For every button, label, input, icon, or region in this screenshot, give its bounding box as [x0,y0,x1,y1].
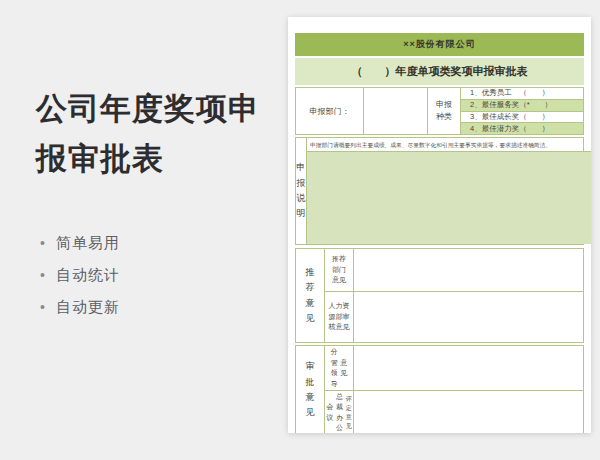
table-row: 推荐部门意见 [325,249,583,292]
declaration-label-text: 申报说明 [296,160,306,221]
president-meeting-text: 评定意见 [345,395,352,431]
table-row: 会议 总裁办公 评定意见 [325,391,583,433]
recommend-label: 推荐意见 [296,249,325,342]
declaration-note-text: 申报部门请概要列出主要成绩、成果、尽量数字化和引用主要事实依据等，要求描述准确简… [310,140,551,148]
award-approval-form: ××股份有限公司 （ ）年度单项类奖项申报审批表 申报部门： 申报种类 1、优秀… [295,33,584,433]
president-meeting-text: 总裁办公 [336,392,344,434]
president-meeting-label: 会议 总裁办公 评定意见 [325,391,354,433]
apply-dept-label: 申报部门： [296,88,364,134]
bullet-icon [40,235,56,251]
apply-type-label: 申报种类 [428,88,461,134]
leader-opinion-text: 分管领导 [330,347,338,389]
declaration-note: 申报部门请概要列出主要成绩、成果、尽量数字化和引用主要事实依据等，要求描述准确简… [307,138,591,152]
declaration-section: 申报说明 申报部门请概要列出主要成绩、成果、尽量数字化和引用主要事实依据等，要求… [295,137,584,245]
apply-section: 申报部门： 申报种类 1、优秀员工 （ ） 2、最佳服务奖（* ） 3、最佳成长… [295,87,584,135]
feature-bullet-list: 简单易用 自动统计 自动更新 [40,234,120,330]
award-option: 2、最佳服务奖（* ） [461,100,583,112]
feature-label: 自动更新 [56,298,120,317]
president-meeting-text: 会议 [326,402,334,423]
company-header-bar: ××股份有限公司 [295,33,584,56]
approval-label: 审批意见 [296,346,325,433]
hr-review-label: 人力资源部审核意见 [325,292,354,342]
bullet-icon [40,299,56,315]
award-option: 4、最佳潜力奖（ ） [461,123,583,134]
list-item: 简单易用 [40,234,120,252]
approval-label-text: 审批意见 [305,359,315,420]
hr-review-label-text: 人力资源部审核意见 [329,301,350,333]
declaration-input-area [307,152,591,244]
approval-section: 审批意见 分管领导 意见 会议 总裁办公 评定意见 [295,345,584,433]
bullet-icon [40,267,56,283]
recommend-section: 推荐意见 推荐部门意见 人力资源部审核意见 [295,248,584,343]
list-item: 自动统计 [40,266,120,284]
form-title: （ ）年度单项类奖项申报审批表 [295,58,584,85]
list-item: 自动更新 [40,298,120,316]
president-meeting-input-cell [354,391,583,433]
apply-dept-input-cell [364,88,428,134]
feature-label: 自动统计 [56,266,120,285]
declaration-label: 申报说明 [296,138,307,244]
apply-type-text: 申报种类 [436,99,452,123]
leader-opinion-label: 分管领导 意见 [325,346,354,390]
recommend-dept-input-cell [354,249,583,291]
page-title: 公司年度奖项申报审批表 [36,84,278,183]
recommend-label-text: 推荐意见 [305,265,315,326]
award-option: 3、最佳成长奖（ ） [461,112,583,124]
feature-label: 简单易用 [56,234,120,253]
table-row: 人力资源部审核意见 [325,292,583,342]
leader-opinion-input-cell [354,346,583,390]
award-option: 1、优秀员工 （ ） [461,88,583,100]
leader-opinion-text: 意见 [340,358,348,379]
recommend-dept-label: 推荐部门意见 [325,249,354,291]
recommend-dept-label-text: 推荐部门意见 [332,254,346,286]
hr-review-input-cell [354,292,583,342]
template-preview-page[interactable]: ××股份有限公司 （ ）年度单项类奖项申报审批表 申报部门： 申报种类 1、优秀… [288,17,591,433]
table-row: 分管领导 意见 [325,346,583,391]
award-option-list: 1、优秀员工 （ ） 2、最佳服务奖（* ） 3、最佳成长奖（ ） 4、最佳潜力… [461,88,583,134]
declaration-body: 申报部门请概要列出主要成绩、成果、尽量数字化和引用主要事实依据等，要求描述准确简… [307,138,591,244]
